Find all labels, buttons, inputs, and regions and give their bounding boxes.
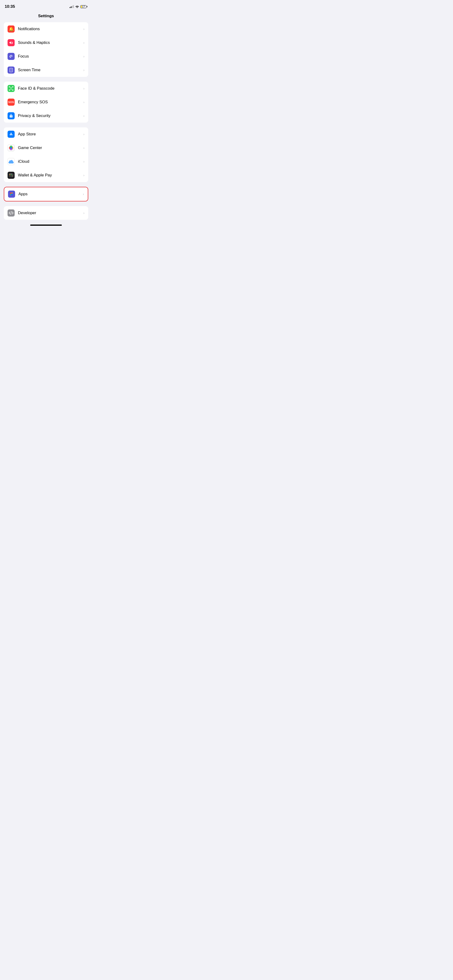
developer-label: Developer — [18, 211, 83, 215]
gamecenter-label: Game Center — [18, 146, 83, 150]
sounds-label: Sounds & Haptics — [18, 40, 83, 45]
svg-point-9 — [11, 88, 12, 88]
svg-rect-6 — [9, 90, 10, 91]
svg-point-23 — [12, 176, 13, 176]
settings-group-5: Developer › — [4, 206, 88, 220]
settings-row-sounds[interactable]: Sounds & Haptics › — [4, 36, 88, 49]
chevron-icon: › — [83, 68, 85, 72]
icloud-label: iCloud — [18, 159, 83, 164]
faceid-icon — [8, 85, 14, 92]
developer-icon — [8, 210, 14, 216]
settings-group-1: 🔔 Notifications › Sounds & Haptics › Foc… — [4, 22, 88, 77]
settings-group-2: Face ID & Passcode › SOS Emergency SOS ›… — [4, 82, 88, 123]
home-indicator — [30, 224, 62, 226]
chevron-icon: › — [83, 27, 85, 31]
settings-row-apps[interactable]: Apps › — [4, 187, 88, 201]
chevron-icon: › — [83, 41, 85, 45]
svg-point-0 — [11, 56, 11, 57]
privacy-icon — [8, 112, 14, 119]
svg-rect-26 — [10, 194, 11, 195]
sos-label: Emergency SOS — [18, 100, 83, 105]
focus-label: Focus — [18, 54, 83, 59]
settings-row-developer[interactable]: Developer › — [4, 206, 88, 220]
svg-point-8 — [10, 88, 11, 88]
settings-row-wallet[interactable]: Wallet & Apple Pay › — [4, 169, 88, 182]
status-bar: 10:35 17 — [0, 0, 92, 12]
faceid-label: Face ID & Passcode — [18, 86, 83, 91]
sounds-icon — [8, 39, 14, 46]
svg-rect-4 — [9, 86, 10, 87]
chevron-icon: › — [83, 211, 85, 215]
svg-rect-7 — [12, 90, 13, 91]
chevron-icon: › — [83, 146, 85, 150]
screentime-label: Screen Time — [18, 68, 83, 72]
chevron-icon: › — [83, 114, 85, 118]
wallet-icon — [8, 172, 14, 179]
svg-point-3 — [11, 70, 11, 71]
chevron-icon: › — [83, 87, 85, 90]
icloud-icon — [8, 158, 14, 165]
svg-rect-24 — [10, 192, 11, 194]
focus-icon — [8, 53, 14, 60]
privacy-label: Privacy & Security — [18, 113, 83, 118]
chevron-icon: › — [83, 100, 85, 104]
notifications-label: Notifications — [18, 27, 83, 31]
appstore-icon — [8, 130, 14, 138]
settings-row-sos[interactable]: SOS Emergency SOS › — [4, 95, 88, 109]
svg-rect-20 — [11, 175, 12, 175]
status-icons: 17 — [70, 5, 87, 8]
status-time: 10:35 — [5, 4, 15, 9]
wifi-icon — [75, 5, 79, 8]
chevron-icon: › — [83, 192, 84, 196]
battery-level: 17 — [82, 5, 85, 8]
sos-icon: SOS — [8, 99, 14, 106]
svg-rect-27 — [11, 194, 13, 195]
chevron-icon: › — [83, 173, 85, 177]
gamecenter-icon — [8, 144, 14, 151]
chevron-icon: › — [83, 132, 85, 136]
settings-row-focus[interactable]: Focus › — [4, 49, 88, 63]
notifications-icon: 🔔 — [8, 25, 14, 33]
appstore-label: App Store — [18, 132, 83, 137]
svg-point-16 — [10, 147, 12, 149]
wallet-label: Wallet & Apple Pay — [18, 173, 83, 178]
settings-row-gamecenter[interactable]: Game Center › — [4, 141, 88, 155]
battery-icon: 17 — [80, 5, 87, 8]
apps-icon — [8, 191, 15, 198]
svg-rect-25 — [11, 192, 13, 194]
settings-group-4-apps: Apps › — [4, 187, 88, 201]
screentime-icon — [8, 67, 14, 73]
page-title: Settings — [0, 12, 92, 22]
settings-row-faceid[interactable]: Face ID & Passcode › — [4, 82, 88, 95]
svg-rect-5 — [12, 86, 13, 87]
svg-rect-19 — [9, 175, 10, 175]
apps-label: Apps — [18, 192, 83, 196]
settings-row-privacy[interactable]: Privacy & Security › — [4, 109, 88, 123]
settings-row-notifications[interactable]: 🔔 Notifications › — [4, 22, 88, 36]
signal-bars-icon — [70, 5, 74, 8]
chevron-icon: › — [83, 160, 85, 164]
settings-row-screentime[interactable]: Screen Time › — [4, 63, 88, 77]
settings-row-appstore[interactable]: App Store › — [4, 127, 88, 141]
svg-rect-21 — [9, 173, 13, 174]
chevron-icon: › — [83, 54, 85, 58]
settings-group-3: App Store › Game Center › iCloud › — [4, 127, 88, 182]
settings-row-icloud[interactable]: iCloud › — [4, 155, 88, 169]
